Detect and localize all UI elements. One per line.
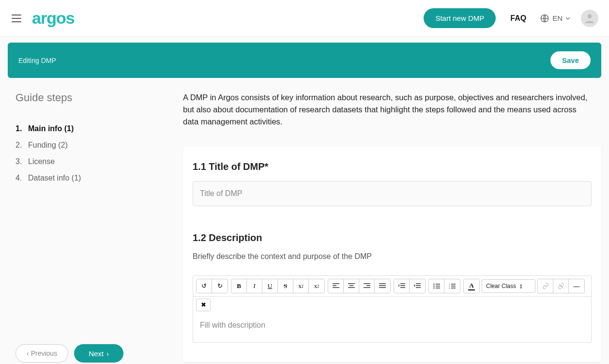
language-selector[interactable]: EN (540, 14, 570, 23)
superscript-icon[interactable]: x2 (309, 279, 324, 293)
editing-banner: Editing DMP Save (8, 43, 601, 78)
bold-icon[interactable]: B (231, 279, 247, 293)
align-right-icon[interactable] (359, 279, 375, 293)
minus-icon[interactable]: — (569, 279, 584, 293)
guide-step-license[interactable]: 3. License (15, 153, 175, 170)
redo-icon[interactable]: ↻ (212, 279, 228, 293)
svg-point-2 (433, 284, 434, 285)
menu-icon[interactable] (11, 13, 22, 24)
svg-point-4 (433, 288, 434, 288)
section-1-2-hint: Briefly describe the context and purpose… (193, 252, 592, 261)
svg-point-3 (433, 286, 434, 287)
guide-sidebar: Guide steps 1. Main info (1) 2. Funding … (8, 91, 183, 363)
font-color-icon[interactable]: A (464, 279, 479, 293)
rte-toolbar: ↺ ↻ B I U S x2 x2 (193, 276, 591, 297)
unlink-icon[interactable] (553, 279, 569, 293)
guide-step-funding[interactable]: 2. Funding (2) (15, 137, 175, 153)
start-new-dmp-button[interactable]: Start new DMP (424, 8, 496, 28)
rich-text-editor: ↺ ↻ B I U S x2 x2 (193, 275, 592, 343)
dmp-title-input[interactable] (193, 181, 592, 206)
logo[interactable]: argos (32, 9, 75, 28)
select-arrows-icon: ▴▾ (520, 283, 522, 289)
guide-steps-list: 1. Main info (1) 2. Funding (2) 3. Licen… (15, 121, 175, 186)
page-scroll[interactable]: Editing DMP Save Guide steps 1. Main inf… (0, 37, 609, 364)
intro-text: A DMP in Argos consists of key informati… (183, 91, 601, 127)
previous-button[interactable]: ‹ Previous (15, 344, 68, 363)
save-button[interactable]: Save (550, 51, 591, 69)
align-justify-icon[interactable] (375, 279, 390, 293)
guide-step-label: Dataset info (1) (28, 174, 81, 182)
align-center-icon[interactable] (344, 279, 359, 293)
next-button[interactable]: Next › (74, 344, 123, 363)
section-title-1-2: 1.2 Description (193, 232, 592, 243)
close-icon[interactable]: ✖ (196, 299, 211, 311)
italic-icon[interactable]: I (247, 279, 262, 293)
guide-step-label: License (28, 157, 55, 166)
outdent-icon[interactable] (394, 279, 410, 293)
guide-title: Guide steps (15, 91, 175, 104)
banner-title: Editing DMP (18, 57, 56, 64)
language-label: EN (552, 14, 563, 22)
faq-link[interactable]: FAQ (510, 14, 526, 23)
description-textarea[interactable]: Fill with description (193, 313, 591, 342)
top-bar: argos Start new DMP FAQ EN (0, 0, 609, 37)
subscript-icon[interactable]: x2 (293, 279, 309, 293)
section-title-1-1: 1.1 Title of DMP* (193, 161, 592, 172)
chevron-down-icon (565, 16, 570, 21)
underline-icon[interactable]: U (262, 279, 278, 293)
ordered-list-icon[interactable]: 123 (444, 279, 460, 293)
content-column: A DMP in Argos consists of key informati… (183, 91, 601, 363)
undo-icon[interactable]: ↺ (197, 279, 212, 293)
link-icon[interactable] (538, 279, 553, 293)
svg-text:3: 3 (449, 287, 450, 289)
strikethrough-icon[interactable]: S (278, 279, 293, 293)
unordered-list-icon[interactable] (429, 279, 444, 293)
indent-icon[interactable] (410, 279, 425, 293)
guide-step-label: Funding (2) (28, 141, 68, 150)
chevron-left-icon: ‹ (27, 349, 29, 357)
align-left-icon[interactable] (328, 279, 344, 293)
chevron-right-icon: › (107, 349, 109, 358)
globe-icon (540, 14, 549, 23)
form-card: 1.1 Title of DMP* 1.2 Description Briefl… (183, 147, 601, 362)
guide-step-main-info[interactable]: 1. Main info (1) (15, 121, 175, 137)
svg-point-1 (588, 14, 592, 18)
avatar[interactable] (581, 10, 598, 27)
clear-class-select[interactable]: Clear Class ▴▾ (482, 279, 535, 293)
guide-step-label: Main info (1) (28, 124, 74, 133)
guide-step-dataset-info[interactable]: 4. Dataset info (1) (15, 170, 175, 186)
